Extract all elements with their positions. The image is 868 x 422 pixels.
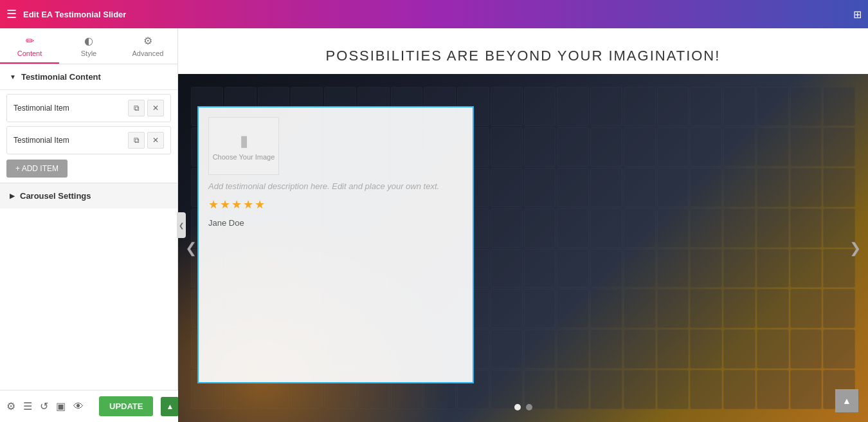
tab-content[interactable]: ✏ Content [0,28,59,64]
tabs: ✏ Content ◐ Style ⚙ Advanced [0,28,177,64]
scroll-to-top-button[interactable]: ▲ [835,389,858,412]
slide-dots [514,404,532,410]
testimonial-item-2[interactable]: Testimonial Item ⧉ ✕ [6,126,171,154]
item-2-duplicate-button[interactable]: ⧉ [128,132,145,149]
tab-style[interactable]: ◐ Style [59,28,118,64]
prev-arrow-button[interactable]: ❮ [181,239,201,258]
content-tab-icon: ✏ [26,35,34,47]
main-layout: ✏ Content ◐ Style ⚙ Advanced ▼ Testimoni… [0,28,868,422]
image-placeholder-label: Choose Your Image [213,153,275,161]
sidebar-collapse-toggle[interactable]: ❮ [177,212,186,238]
slide-dot-1[interactable] [514,404,521,410]
update-button[interactable]: UPDATE [99,396,153,416]
undo-icon[interactable]: ↺ [40,400,48,412]
author-name: Jane Doe [208,218,463,228]
carousel-settings-section[interactable]: ▶ Carousel Settings [0,183,177,208]
star-4: ★ [243,197,253,212]
update-arrow-button[interactable]: ▲ [161,397,179,416]
star-1: ★ [208,197,219,212]
testimonial-item-1-label: Testimonial Item [14,104,128,113]
preview-title: POSSIBILITIES ARE BEYOND YOUR IMAGINATIO… [191,48,855,64]
carousel-settings-label: Carousel Settings [20,191,91,201]
menu-icon[interactable]: ☰ [6,7,17,21]
top-bar: ☰ Edit EA Testimonial Slider ⊞ [0,0,868,28]
add-item-label: + ADD ITEM [15,164,59,173]
testimonial-text: Add testimonial description here. Edit a… [208,181,463,191]
grid-icon[interactable]: ⊞ [853,8,862,21]
tab-content-label: Content [17,50,42,57]
next-arrow-button[interactable]: ❯ [845,239,865,258]
item-1-actions: ⧉ ✕ [128,100,164,116]
star-5: ★ [255,197,265,212]
sidebar-content: ▼ Testimonial Content Testimonial Item ⧉… [0,64,177,390]
slide-dot-2[interactable] [526,404,532,410]
bg-section: ▮ Choose Your Image Add testimonial desc… [178,74,868,422]
item-2-actions: ⧉ ✕ [128,132,164,149]
image-placeholder-icon: ▮ [240,132,248,150]
testimonial-section-header[interactable]: ▼ Testimonial Content [0,64,177,90]
sidebar: ✏ Content ◐ Style ⚙ Advanced ▼ Testimoni… [0,28,178,422]
star-3: ★ [231,197,242,212]
top-bar-title: Edit EA Testimonial Slider [23,10,847,19]
testimonial-card: ▮ Choose Your Image Add testimonial desc… [197,106,474,383]
image-placeholder[interactable]: ▮ Choose Your Image [208,117,279,175]
item-2-delete-button[interactable]: ✕ [147,132,164,149]
item-1-delete-button[interactable]: ✕ [147,100,164,116]
desktop-icon[interactable]: ▣ [56,400,66,412]
star-2: ★ [220,197,230,212]
add-item-button[interactable]: + ADD ITEM [6,160,68,178]
preview-area: POSSIBILITIES ARE BEYOND YOUR IMAGINATIO… [178,28,868,422]
tab-advanced-label: Advanced [132,50,164,57]
testimonial-section-label: Testimonial Content [21,72,101,82]
carousel-arrow-icon: ▶ [10,192,15,199]
layers-icon[interactable]: ☰ [23,400,32,412]
section-arrow-icon: ▼ [10,73,16,80]
testimonial-item-1[interactable]: Testimonial Item ⧉ ✕ [6,94,171,122]
testimonial-item-2-label: Testimonial Item [14,136,128,145]
tab-advanced[interactable]: ⚙ Advanced [118,28,177,64]
preview-heading: POSSIBILITIES ARE BEYOND YOUR IMAGINATIO… [178,28,868,74]
bottom-bar: ⚙ ☰ ↺ ▣ 👁 UPDATE ▲ [0,390,178,422]
advanced-tab-icon: ⚙ [143,35,152,47]
eye-icon[interactable]: 👁 [73,401,84,412]
star-rating: ★ ★ ★ ★ ★ [208,197,463,212]
style-tab-icon: ◐ [84,35,93,47]
item-1-duplicate-button[interactable]: ⧉ [128,100,145,116]
settings-icon[interactable]: ⚙ [6,400,15,412]
tab-style-label: Style [81,50,96,57]
